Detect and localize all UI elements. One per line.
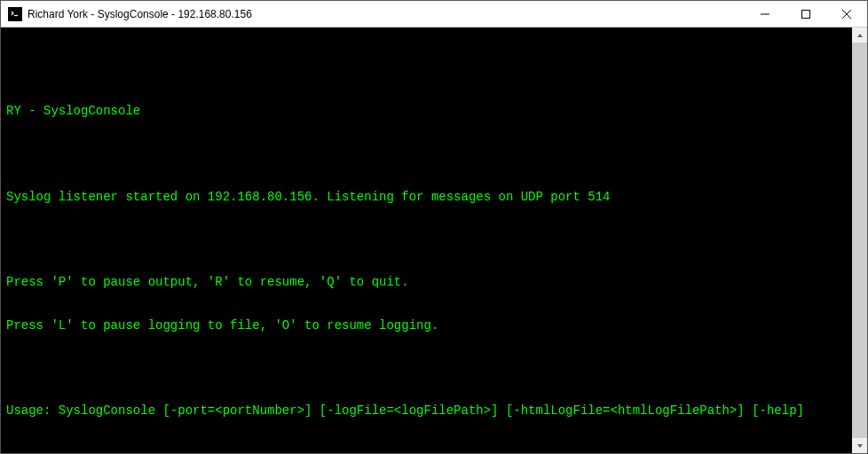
window-controls	[745, 1, 867, 27]
console-line	[6, 361, 845, 375]
console-line: Syslog listener started on 192.168.80.15…	[6, 190, 845, 204]
close-button[interactable]	[826, 1, 867, 27]
scrollbar-track[interactable]	[852, 43, 867, 438]
svg-rect-3	[802, 11, 810, 19]
console-line	[6, 446, 845, 453]
scroll-down-arrow-icon[interactable]	[852, 438, 867, 453]
scroll-up-arrow-icon[interactable]	[852, 27, 867, 43]
console-line	[6, 61, 845, 75]
console-line	[6, 232, 845, 247]
maximize-button[interactable]	[785, 1, 826, 27]
svg-rect-0	[10, 9, 20, 20]
window-title: Richard York - SyslogConsole - 192.168.8…	[28, 8, 252, 20]
console-output[interactable]: RY - SyslogConsole Syslog listener start…	[1, 27, 852, 453]
console-line	[6, 147, 845, 161]
console-line: Usage: SyslogConsole [-port=<portNumber>…	[6, 403, 845, 418]
window-titlebar: Richard York - SyslogConsole - 192.168.8…	[1, 1, 867, 27]
app-icon	[8, 7, 22, 21]
vertical-scrollbar[interactable]	[852, 27, 867, 453]
console-line: Press 'P' to pause output, 'R' to resume…	[6, 275, 845, 289]
console-line: RY - SyslogConsole	[6, 104, 845, 118]
minimize-button[interactable]	[745, 1, 785, 27]
scrollbar-thumb[interactable]	[852, 43, 867, 438]
console-line: Press 'L' to pause logging to file, 'O' …	[6, 318, 845, 333]
window-body: RY - SyslogConsole Syslog listener start…	[1, 27, 867, 453]
